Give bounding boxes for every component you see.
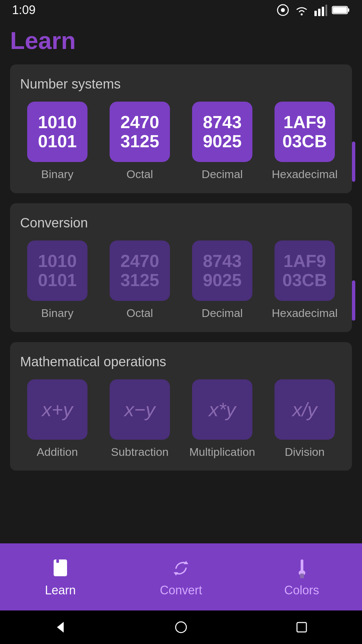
svg-rect-5 <box>322 7 324 16</box>
scroll-indicator <box>352 280 355 321</box>
svg-rect-16 <box>300 574 304 578</box>
list-item[interactable]: 1AF903CB Hexadecimal <box>267 240 342 320</box>
nav-item-colors[interactable]: Colors <box>241 556 362 597</box>
binary-label: Binary <box>41 167 73 181</box>
subtraction-label: Subtraction <box>111 445 169 459</box>
subtraction-display: x−y <box>124 399 155 420</box>
number-systems-section: Number systems 10100101 Binary 24703125 … <box>10 64 352 193</box>
list-item[interactable]: 10100101 Binary <box>20 102 95 181</box>
list-item[interactable]: 87439025 Decimal <box>185 102 259 181</box>
android-nav <box>0 610 362 644</box>
bookmark-icon <box>49 556 72 580</box>
decimal-display: 87439025 <box>203 113 242 151</box>
list-item[interactable]: 24703125 Octal <box>103 240 177 320</box>
page-title: Learn <box>10 27 352 54</box>
home-button[interactable] <box>168 614 194 641</box>
main-content: Learn Number systems 10100101 Binary 247… <box>0 20 362 543</box>
svg-rect-14 <box>301 559 303 572</box>
signal-icon <box>314 3 327 17</box>
decimal-tile[interactable]: 87439025 <box>192 102 252 162</box>
addition-display: x+y <box>42 399 73 420</box>
list-item[interactable]: 24703125 Octal <box>103 102 177 181</box>
octal-conv-display: 24703125 <box>120 252 159 290</box>
svg-rect-3 <box>314 11 317 16</box>
octal-conv-label: Octal <box>126 306 153 320</box>
octal-display: 24703125 <box>120 113 159 151</box>
multiplication-tile[interactable]: x*y <box>192 379 252 440</box>
battery-icon <box>332 5 350 15</box>
scroll-indicator <box>352 142 355 182</box>
math-operations-title: Mathematical operations <box>20 354 342 369</box>
svg-rect-4 <box>318 9 320 16</box>
status-bar: 1:09 <box>0 0 362 20</box>
svg-rect-19 <box>297 623 306 632</box>
nav-label-colors: Colors <box>284 583 319 597</box>
multiplication-display: x*y <box>209 399 236 420</box>
svg-rect-8 <box>348 8 349 12</box>
status-time: 1:09 <box>12 3 36 17</box>
binary-tile[interactable]: 10100101 <box>27 102 87 162</box>
subtraction-tile[interactable]: x−y <box>110 379 170 440</box>
hex-conv-tile[interactable]: 1AF903CB <box>275 240 335 301</box>
list-item[interactable]: 1AF903CB Hexadecimal <box>267 102 342 181</box>
conversion-title: Conversion <box>20 215 342 230</box>
conversion-section: Conversion 10100101 Binary 24703125 Octa… <box>10 203 352 332</box>
division-label: Division <box>285 445 324 459</box>
binary-display: 10100101 <box>38 113 77 151</box>
convert-icon <box>169 556 193 580</box>
svg-point-2 <box>301 13 303 15</box>
octal-tile[interactable]: 24703125 <box>110 102 170 162</box>
hex-label: Hexadecimal <box>272 167 338 181</box>
nav-item-learn[interactable]: Learn <box>0 556 121 597</box>
math-grid: x+y Addition x−y Subtraction x*y Multipl… <box>20 379 342 459</box>
binary-conv-label: Binary <box>41 306 73 320</box>
recents-button[interactable] <box>288 614 315 641</box>
svg-rect-11 <box>56 559 59 563</box>
list-item[interactable]: x/y Division <box>267 379 342 459</box>
svg-marker-17 <box>57 622 64 633</box>
octal-label: Octal <box>126 167 153 181</box>
svg-point-1 <box>281 8 285 12</box>
bottom-nav: Learn Convert Colors <box>0 543 362 610</box>
back-button[interactable] <box>47 614 74 641</box>
nav-label-convert: Convert <box>160 583 202 597</box>
decimal-conv-label: Decimal <box>202 306 243 320</box>
decimal-conv-display: 87439025 <box>203 252 242 290</box>
status-icons <box>276 3 350 17</box>
brush-icon <box>290 556 313 580</box>
conversion-grid: 10100101 Binary 24703125 Octal 87439025 … <box>20 240 342 320</box>
binary-conv-tile[interactable]: 10100101 <box>27 240 87 301</box>
binary-conv-display: 10100101 <box>38 252 77 290</box>
svg-point-18 <box>176 622 186 633</box>
multiplication-label: Multiplication <box>189 445 255 459</box>
division-tile[interactable]: x/y <box>275 379 335 440</box>
number-systems-title: Number systems <box>20 76 342 92</box>
decimal-conv-tile[interactable]: 87439025 <box>192 240 252 301</box>
nav-item-convert[interactable]: Convert <box>121 556 241 597</box>
list-item[interactable]: 87439025 Decimal <box>185 240 259 320</box>
math-operations-section: Mathematical operations x+y Addition x−y… <box>10 342 352 471</box>
hex-display: 1AF903CB <box>283 113 327 151</box>
list-item[interactable]: 10100101 Binary <box>20 240 95 320</box>
svg-rect-9 <box>333 7 347 13</box>
decimal-label: Decimal <box>202 167 243 181</box>
svg-rect-10 <box>54 559 67 576</box>
addition-label: Addition <box>37 445 78 459</box>
addition-tile[interactable]: x+y <box>27 379 87 440</box>
notification-icon <box>276 3 290 17</box>
number-systems-grid: 10100101 Binary 24703125 Octal 87439025 … <box>20 102 342 181</box>
wifi-icon <box>294 3 309 17</box>
octal-conv-tile[interactable]: 24703125 <box>110 240 170 301</box>
nav-label-learn: Learn <box>45 583 76 597</box>
svg-rect-6 <box>325 5 327 16</box>
hex-conv-display: 1AF903CB <box>283 252 327 290</box>
hex-conv-label: Hexadecimal <box>272 306 338 320</box>
list-item[interactable]: x−y Subtraction <box>103 379 177 459</box>
division-display: x/y <box>292 399 317 420</box>
list-item[interactable]: x*y Multiplication <box>185 379 259 459</box>
hex-tile[interactable]: 1AF903CB <box>275 102 335 162</box>
list-item[interactable]: x+y Addition <box>20 379 95 459</box>
